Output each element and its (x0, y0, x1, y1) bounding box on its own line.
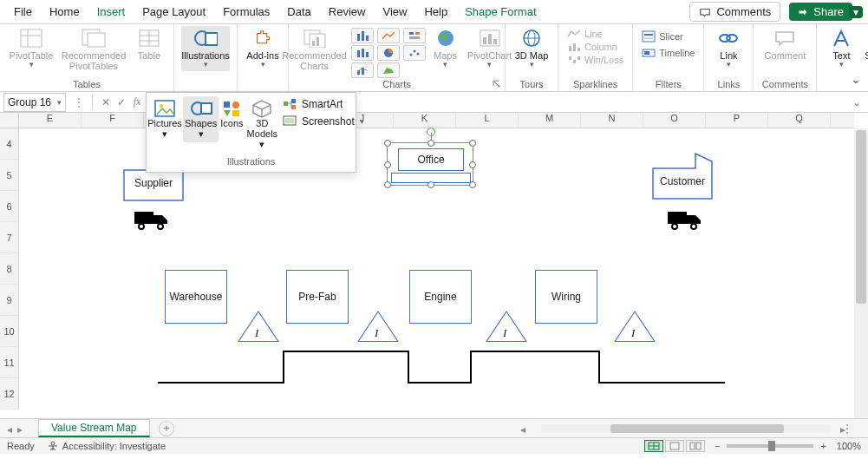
col-o[interactable]: O (643, 113, 706, 128)
chart-hier-button[interactable] (403, 28, 426, 43)
chart-scatter-button[interactable] (403, 45, 426, 61)
path-seg[interactable] (470, 351, 472, 384)
sparkline-line-button[interactable]: Line (565, 28, 625, 40)
path-seg[interactable] (470, 351, 598, 352)
sparkline-winloss-button[interactable]: Win/Loss (565, 54, 625, 66)
view-page-break-button[interactable] (686, 440, 705, 452)
tab-page-layout[interactable]: Page Layout (134, 2, 214, 22)
tab-shape-format[interactable]: Shape Format (456, 2, 545, 22)
column-headers[interactable]: E F G H I J K L M N O P Q (19, 113, 854, 128)
row-11[interactable]: 11 (0, 347, 18, 378)
formula-expand-button[interactable]: ⌄ (852, 96, 865, 108)
path-seg[interactable] (408, 382, 470, 384)
table-button[interactable]: Table (132, 26, 166, 62)
hscroll-right[interactable]: ▸ (840, 423, 851, 434)
path-seg[interactable] (598, 382, 725, 384)
status-accessibility[interactable]: Accessibility: Investigate (62, 441, 166, 451)
3d-map-button[interactable]: 3D Map▾ (512, 26, 551, 71)
addins-button[interactable]: Add-ins▾ (245, 26, 281, 71)
view-page-layout-button[interactable] (665, 440, 684, 452)
chart-stat-button[interactable] (351, 45, 374, 61)
3d-models-button[interactable]: 3D Models▾ (245, 96, 279, 153)
pictures-button[interactable]: Pictures▾ (147, 96, 183, 142)
row-8[interactable]: 8 (0, 253, 18, 285)
fx-enter-button[interactable]: ✓ (114, 95, 129, 110)
symbols-button[interactable]: Symbols▾ (862, 26, 868, 71)
name-box[interactable]: Group 16 ▾ (3, 93, 66, 112)
col-e[interactable]: E (19, 113, 82, 128)
illustrations-button[interactable]: Illustrations▾ (181, 26, 230, 71)
screenshot-button[interactable]: Screenshot ▾ (283, 115, 364, 128)
tab-file[interactable]: File (5, 2, 41, 22)
zoom-knob[interactable] (768, 441, 775, 451)
tab-nav-prev[interactable]: ◂ (7, 423, 17, 434)
chart-line-button[interactable] (377, 28, 400, 43)
recommended-charts-button[interactable]: Recommended Charts (280, 26, 349, 73)
tab-insert[interactable]: Insert (88, 2, 134, 22)
fx-more-icon[interactable]: ⋮ (71, 95, 87, 110)
row-4[interactable]: 4 (0, 128, 18, 160)
tab-formulas[interactable]: Formulas (214, 2, 278, 22)
shapes-button[interactable]: Shapes▾ (183, 96, 219, 142)
path-seg[interactable] (283, 351, 284, 384)
comments-button[interactable]: Comments (689, 2, 780, 22)
col-m[interactable]: M (519, 113, 581, 128)
chart-surface-button[interactable] (377, 62, 400, 78)
tab-nav-next[interactable]: ▸ (17, 423, 28, 434)
sparkline-column-button[interactable]: Column (565, 41, 625, 53)
cells-area[interactable]: Supplier Customer Office (19, 128, 854, 418)
tab-review[interactable]: Review (320, 2, 375, 22)
col-n[interactable]: N (581, 113, 643, 128)
smartart-button[interactable]: SmartArt (283, 98, 364, 110)
name-box-dropdown[interactable]: ▾ (57, 98, 62, 107)
row-5[interactable]: 5 (0, 160, 18, 191)
vertical-scrollbar[interactable] (854, 128, 868, 418)
warehouse-shape[interactable]: Warehouse (165, 270, 227, 324)
row-headers[interactable]: 4 5 6 7 8 9 10 11 12 (0, 128, 19, 410)
maps-button[interactable]: Maps▾ (427, 26, 464, 71)
chart-column-button[interactable] (351, 28, 374, 43)
customer-shape[interactable]: Customer (652, 153, 713, 200)
recommended-pivottables-button[interactable]: Recommended PivotTables (59, 26, 128, 73)
chart-combo-button[interactable] (351, 62, 374, 78)
share-button[interactable]: Share (789, 3, 852, 21)
select-all-corner[interactable] (0, 113, 19, 128)
col-l[interactable]: L (456, 113, 519, 128)
hscroll-thumb[interactable] (610, 424, 784, 433)
zoom-out-button[interactable]: − (715, 441, 720, 451)
path-seg[interactable] (283, 351, 408, 352)
sheet-tab-vsm[interactable]: Value Stream Map (38, 419, 150, 437)
pivottable-button[interactable]: PivotTable▾ (7, 26, 55, 71)
slicer-button[interactable]: Slicer (640, 30, 696, 43)
tab-data[interactable]: Data (278, 2, 319, 22)
comment-button[interactable]: Comment (760, 26, 809, 62)
engine-shape[interactable]: Engine (409, 270, 472, 324)
zoom-level[interactable]: 100% (837, 441, 861, 451)
row-7[interactable]: 7 (0, 222, 18, 253)
wiring-shape[interactable]: Wiring (535, 270, 597, 324)
truck-customer-icon[interactable] (668, 210, 702, 233)
path-seg[interactable] (598, 351, 600, 384)
link-button[interactable]: Link▾ (711, 26, 746, 71)
col-q[interactable]: Q (768, 113, 831, 128)
col-p[interactable]: P (706, 113, 768, 128)
horizontal-scrollbar[interactable]: ◂ ▸ (520, 423, 851, 435)
zoom-slider[interactable] (727, 444, 813, 448)
text-button[interactable]: Text▾ (824, 26, 858, 71)
row-10[interactable]: 10 (0, 316, 18, 347)
col-f[interactable]: F (82, 113, 144, 128)
path-seg[interactable] (408, 351, 409, 384)
path-seg[interactable] (158, 382, 283, 384)
row-12[interactable]: 12 (0, 378, 18, 410)
icons-button[interactable]: Icons (219, 96, 245, 131)
hscroll-left[interactable]: ◂ (520, 423, 531, 434)
prefab-shape[interactable]: Pre-Fab (286, 270, 349, 324)
charts-dialog-launcher[interactable] (493, 79, 503, 89)
tab-home[interactable]: Home (41, 2, 88, 22)
col-k[interactable]: K (394, 113, 456, 128)
tab-view[interactable]: View (374, 2, 415, 22)
fx-cancel-button[interactable]: ✕ (98, 95, 114, 110)
ribbon-collapse-button[interactable]: ⌄ (851, 72, 861, 86)
row-9[interactable]: 9 (0, 285, 18, 316)
tab-help[interactable]: Help (415, 2, 456, 22)
